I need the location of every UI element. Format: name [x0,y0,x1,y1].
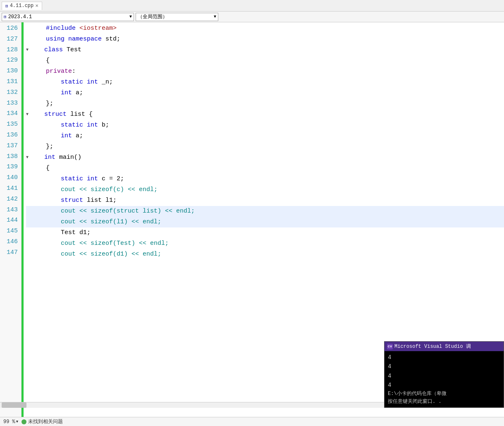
code-token: struct [44,109,67,120]
scope-file-label: 2023.4.1 [8,14,32,20]
code-token: using [46,34,64,45]
line-number: 132 [3,87,18,98]
code-token [31,120,61,131]
zoom-dropdown[interactable]: 99 % ▼ [3,419,18,425]
table-row: ▼ class Test [26,45,504,55]
table-row: struct list l1; [26,195,504,206]
terminal-output-line: 4 [388,371,500,381]
line-number: 137 [3,141,18,151]
collapse-icon[interactable]: ▼ [26,46,29,53]
line-number: 134 [3,108,18,119]
terminal-titlebar: cv Microsoft Visual Studio 调 [385,342,504,351]
code-token [64,34,68,45]
table-row: #include <iostream> [26,23,504,34]
code-token [31,34,46,45]
code-token: { [31,55,50,66]
code-token: int [87,120,98,131]
active-tab[interactable]: ⊞ 4.11.cpp × [2,2,42,10]
code-token [29,152,44,163]
table-row: Test d1; [26,227,504,238]
code-token [31,195,61,206]
collapse-icon[interactable]: ▼ [26,111,29,118]
code-token: a; [72,88,83,98]
code-token [29,109,44,120]
code-token: list l1; [83,195,117,206]
zoom-level: 99 % [3,419,15,425]
line-number: 142 [3,194,18,205]
code-token [31,66,46,77]
code-token [31,174,61,184]
line-number: 145 [3,226,18,237]
code-token [83,77,87,88]
line-number: 141 [3,183,18,194]
terminal-output-line: 4 [388,381,500,390]
line-number: 128 [3,45,18,55]
code-token [83,120,87,131]
editor-container: 1261271281291301311321331341351361371381… [0,22,504,417]
dropdown-arrow-icon: ▼ [129,14,132,19]
code-token: cout << sizeof(Test) << endl; [31,238,169,249]
collapse-icon[interactable]: ▼ [26,154,29,161]
table-row: ▼ int main() [26,152,504,163]
scope-file-dropdown[interactable]: ⊞ 2023.4.1 ▼ [2,13,134,21]
line-number: 144 [3,215,18,226]
code-token: std; [102,34,120,45]
scope-file-icon: ⊞ [4,14,7,19]
code-token: int [44,152,55,163]
code-token: <iostream> [79,23,117,34]
code-token: static [61,77,83,88]
code-token: main() [55,152,81,163]
line-number: 127 [3,34,18,45]
code-token: _n; [98,77,113,88]
code-token [31,131,61,141]
table-row: int a; [26,131,504,141]
status-message: 未找到相关问题 [28,418,63,425]
table-row: }; [26,98,504,109]
code-token: int [61,131,72,141]
code-token: cout << sizeof(l1) << endl; [31,217,161,227]
terminal-path: E:\小卡的代码仓库（卑微 [388,390,500,398]
table-row: ▼ struct list { [26,109,504,120]
code-token: Test [63,45,81,55]
line-number: 143 [3,205,18,215]
terminal-hint: 按任意键关闭此窗口. . [388,398,500,406]
terminal-output-line: 4 [388,362,500,371]
range-dropdown-arrow-icon: ▼ [214,14,216,19]
tab-close-button[interactable]: × [35,3,38,9]
scope-range-dropdown[interactable]: （全局范围） ▼ [136,13,218,21]
table-row: cout << sizeof(struct list) << endl; [26,206,504,217]
zoom-dropdown-arrow-icon: ▼ [16,420,18,424]
tab-bar: ⊞ 4.11.cpp × [0,0,504,12]
code-token: a; [72,131,83,141]
line-number: 136 [3,130,18,141]
table-row: private: [26,66,504,77]
line-number: 126 [3,23,18,34]
code-token: int [87,174,98,184]
table-row: static int c = 2; [26,174,504,184]
code-token: list { [67,109,93,120]
code-token: : [72,66,76,77]
ok-status-icon [21,419,26,424]
code-token: }; [31,141,53,152]
code-token: c = 2; [98,174,124,184]
code-token: private [46,66,72,77]
scope-range-label: （全局范围） [138,13,167,20]
code-token: int [87,77,98,88]
table-row: cout << sizeof(l1) << endl; [26,217,504,227]
table-row: static int _n; [26,77,504,88]
table-row: }; [26,141,504,152]
line-number: 135 [3,119,18,130]
line-number: 131 [3,77,18,87]
code-token: { [31,163,50,174]
table-row: static int b; [26,120,504,131]
code-token: int [61,88,72,98]
line-number: 146 [3,237,18,247]
table-row: cout << sizeof(Test) << endl; [26,238,504,249]
line-number: 147 [3,247,18,258]
code-token: class [44,45,63,55]
code-token: cout << sizeof(d1) << endl; [31,249,161,260]
table-row: cout << sizeof(d1) << endl; [26,249,504,260]
code-token: #include [31,23,79,34]
status-message-area: 未找到相关问题 [21,418,63,425]
horizontal-scrollbar[interactable] [0,402,384,408]
